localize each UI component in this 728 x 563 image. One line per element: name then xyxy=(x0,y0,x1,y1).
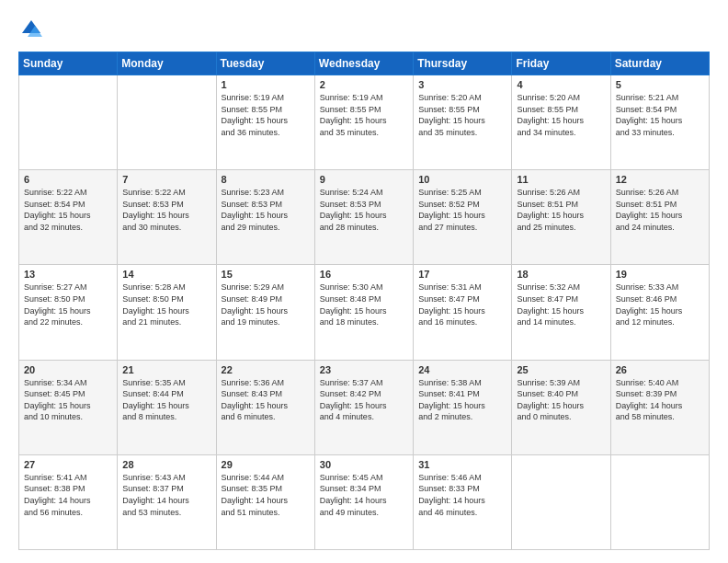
cell-info: Sunrise: 5:38 AMSunset: 8:41 PMDaylight:… xyxy=(418,377,506,423)
calendar-cell: 22Sunrise: 5:36 AMSunset: 8:43 PMDayligh… xyxy=(216,360,314,454)
weekday-header-row: SundayMondayTuesdayWednesdayThursdayFrid… xyxy=(19,52,710,75)
day-number: 21 xyxy=(122,364,210,375)
week-row-1: 6Sunrise: 5:22 AMSunset: 8:54 PMDaylight… xyxy=(19,170,710,265)
page: SundayMondayTuesdayWednesdayThursdayFrid… xyxy=(0,0,728,563)
weekday-header-saturday: Saturday xyxy=(610,52,709,75)
logo-icon xyxy=(18,17,44,42)
day-number: 8 xyxy=(222,174,310,185)
day-number: 27 xyxy=(24,459,112,470)
calendar-cell: 8Sunrise: 5:23 AMSunset: 8:53 PMDaylight… xyxy=(216,170,314,265)
cell-info: Sunrise: 5:37 AMSunset: 8:42 PMDaylight:… xyxy=(320,377,408,423)
calendar-cell: 3Sunrise: 5:20 AMSunset: 8:55 PMDaylight… xyxy=(414,75,512,170)
weekday-header-thursday: Thursday xyxy=(414,52,512,75)
calendar-cell: 14Sunrise: 5:28 AMSunset: 8:50 PMDayligh… xyxy=(118,265,216,360)
calendar-cell: 1Sunrise: 5:19 AMSunset: 8:55 PMDaylight… xyxy=(216,75,314,170)
cell-info: Sunrise: 5:40 AMSunset: 8:39 PMDaylight:… xyxy=(616,377,704,423)
cell-info: Sunrise: 5:20 AMSunset: 8:55 PMDaylight:… xyxy=(418,92,506,138)
calendar-cell: 31Sunrise: 5:46 AMSunset: 8:33 PMDayligh… xyxy=(414,454,512,549)
weekday-header-tuesday: Tuesday xyxy=(216,52,314,75)
day-number: 12 xyxy=(616,174,704,185)
calendar-cell: 6Sunrise: 5:22 AMSunset: 8:54 PMDaylight… xyxy=(19,170,118,265)
calendar-cell: 21Sunrise: 5:35 AMSunset: 8:44 PMDayligh… xyxy=(118,360,216,454)
calendar-cell: 29Sunrise: 5:44 AMSunset: 8:35 PMDayligh… xyxy=(216,454,314,549)
cell-info: Sunrise: 5:19 AMSunset: 8:55 PMDaylight:… xyxy=(222,92,310,138)
day-number: 23 xyxy=(320,364,408,375)
calendar-cell: 28Sunrise: 5:43 AMSunset: 8:37 PMDayligh… xyxy=(118,454,216,549)
cell-info: Sunrise: 5:23 AMSunset: 8:53 PMDaylight:… xyxy=(222,187,310,233)
cell-info: Sunrise: 5:41 AMSunset: 8:38 PMDaylight:… xyxy=(24,472,112,518)
cell-info: Sunrise: 5:30 AMSunset: 8:48 PMDaylight:… xyxy=(320,282,408,327)
cell-info: Sunrise: 5:39 AMSunset: 8:40 PMDaylight:… xyxy=(517,377,605,423)
cell-info: Sunrise: 5:22 AMSunset: 8:54 PMDaylight:… xyxy=(24,187,112,233)
logo xyxy=(18,17,48,42)
cell-info: Sunrise: 5:29 AMSunset: 8:49 PMDaylight:… xyxy=(222,282,310,327)
day-number: 1 xyxy=(222,79,310,90)
day-number: 3 xyxy=(418,79,506,90)
calendar-cell: 25Sunrise: 5:39 AMSunset: 8:40 PMDayligh… xyxy=(512,360,610,454)
day-number: 30 xyxy=(320,459,408,470)
calendar-cell: 12Sunrise: 5:26 AMSunset: 8:51 PMDayligh… xyxy=(610,170,709,265)
day-number: 15 xyxy=(222,269,310,280)
cell-info: Sunrise: 5:24 AMSunset: 8:53 PMDaylight:… xyxy=(320,187,408,233)
calendar-cell: 9Sunrise: 5:24 AMSunset: 8:53 PMDaylight… xyxy=(314,170,413,265)
cell-info: Sunrise: 5:46 AMSunset: 8:33 PMDaylight:… xyxy=(418,472,506,518)
cell-info: Sunrise: 5:35 AMSunset: 8:44 PMDaylight:… xyxy=(122,377,210,423)
day-number: 17 xyxy=(418,269,506,280)
week-row-0: 1Sunrise: 5:19 AMSunset: 8:55 PMDaylight… xyxy=(19,75,710,170)
cell-info: Sunrise: 5:27 AMSunset: 8:50 PMDaylight:… xyxy=(24,282,112,327)
weekday-header-friday: Friday xyxy=(512,52,610,75)
day-number: 7 xyxy=(122,174,210,185)
day-number: 13 xyxy=(24,269,112,280)
calendar-cell: 30Sunrise: 5:45 AMSunset: 8:34 PMDayligh… xyxy=(314,454,413,549)
calendar-cell: 2Sunrise: 5:19 AMSunset: 8:55 PMDaylight… xyxy=(314,75,413,170)
calendar-cell: 23Sunrise: 5:37 AMSunset: 8:42 PMDayligh… xyxy=(314,360,413,454)
day-number: 22 xyxy=(222,364,310,375)
calendar-cell: 10Sunrise: 5:25 AMSunset: 8:52 PMDayligh… xyxy=(414,170,512,265)
day-number: 6 xyxy=(24,174,112,185)
calendar-cell: 19Sunrise: 5:33 AMSunset: 8:46 PMDayligh… xyxy=(610,265,709,360)
calendar-cell: 5Sunrise: 5:21 AMSunset: 8:54 PMDaylight… xyxy=(610,75,709,170)
weekday-header-monday: Monday xyxy=(118,52,216,75)
calendar-cell: 11Sunrise: 5:26 AMSunset: 8:51 PMDayligh… xyxy=(512,170,610,265)
day-number: 5 xyxy=(616,79,704,90)
day-number: 26 xyxy=(616,364,704,375)
cell-info: Sunrise: 5:34 AMSunset: 8:45 PMDaylight:… xyxy=(24,377,112,423)
calendar-cell: 20Sunrise: 5:34 AMSunset: 8:45 PMDayligh… xyxy=(19,360,118,454)
calendar-cell xyxy=(19,75,118,170)
calendar-cell: 27Sunrise: 5:41 AMSunset: 8:38 PMDayligh… xyxy=(19,454,118,549)
calendar-cell xyxy=(118,75,216,170)
calendar-cell: 15Sunrise: 5:29 AMSunset: 8:49 PMDayligh… xyxy=(216,265,314,360)
calendar-cell xyxy=(512,454,610,549)
day-number: 20 xyxy=(24,364,112,375)
week-row-4: 27Sunrise: 5:41 AMSunset: 8:38 PMDayligh… xyxy=(19,454,710,549)
cell-info: Sunrise: 5:28 AMSunset: 8:50 PMDaylight:… xyxy=(122,282,210,327)
calendar-cell: 4Sunrise: 5:20 AMSunset: 8:55 PMDaylight… xyxy=(512,75,610,170)
day-number: 28 xyxy=(122,459,210,470)
day-number: 19 xyxy=(616,269,704,280)
day-number: 16 xyxy=(320,269,408,280)
cell-info: Sunrise: 5:21 AMSunset: 8:54 PMDaylight:… xyxy=(616,92,704,138)
day-number: 4 xyxy=(517,79,605,90)
cell-info: Sunrise: 5:43 AMSunset: 8:37 PMDaylight:… xyxy=(122,472,210,518)
header xyxy=(18,17,710,42)
day-number: 2 xyxy=(320,79,408,90)
cell-info: Sunrise: 5:31 AMSunset: 8:47 PMDaylight:… xyxy=(418,282,506,327)
day-number: 9 xyxy=(320,174,408,185)
week-row-2: 13Sunrise: 5:27 AMSunset: 8:50 PMDayligh… xyxy=(19,265,710,360)
week-row-3: 20Sunrise: 5:34 AMSunset: 8:45 PMDayligh… xyxy=(19,360,710,454)
weekday-header-sunday: Sunday xyxy=(19,52,118,75)
calendar-cell: 17Sunrise: 5:31 AMSunset: 8:47 PMDayligh… xyxy=(414,265,512,360)
day-number: 25 xyxy=(517,364,605,375)
weekday-header-wednesday: Wednesday xyxy=(314,52,413,75)
calendar-cell: 26Sunrise: 5:40 AMSunset: 8:39 PMDayligh… xyxy=(610,360,709,454)
cell-info: Sunrise: 5:33 AMSunset: 8:46 PMDaylight:… xyxy=(616,282,704,327)
day-number: 10 xyxy=(418,174,506,185)
cell-info: Sunrise: 5:22 AMSunset: 8:53 PMDaylight:… xyxy=(122,187,210,233)
calendar-cell: 16Sunrise: 5:30 AMSunset: 8:48 PMDayligh… xyxy=(314,265,413,360)
day-number: 31 xyxy=(418,459,506,470)
cell-info: Sunrise: 5:36 AMSunset: 8:43 PMDaylight:… xyxy=(222,377,310,423)
day-number: 24 xyxy=(418,364,506,375)
cell-info: Sunrise: 5:19 AMSunset: 8:55 PMDaylight:… xyxy=(320,92,408,138)
calendar-cell: 18Sunrise: 5:32 AMSunset: 8:47 PMDayligh… xyxy=(512,265,610,360)
day-number: 14 xyxy=(122,269,210,280)
